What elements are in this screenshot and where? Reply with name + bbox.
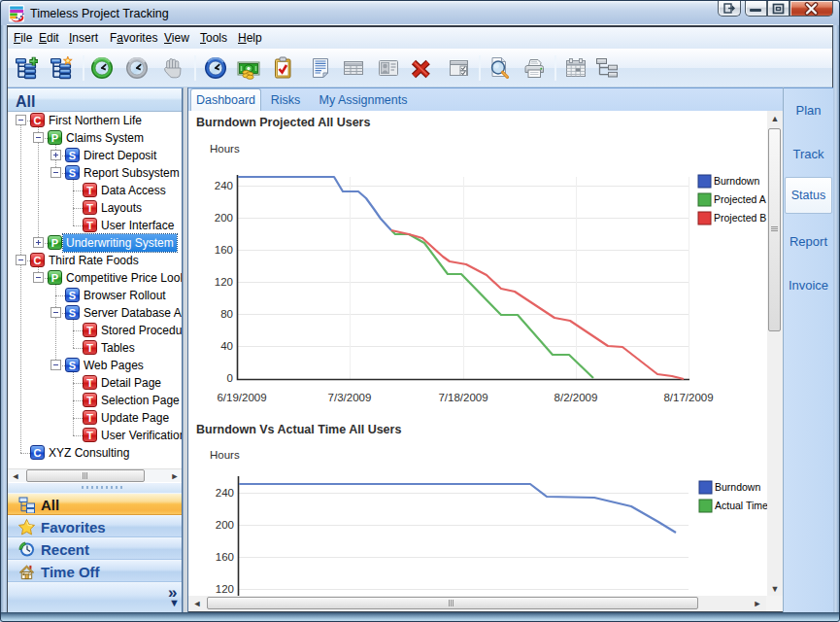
svg-text:240: 240 [215,180,233,191]
svg-text:120: 120 [216,583,234,595]
svg-text:200: 200 [215,212,233,224]
svg-text:Hours: Hours [210,143,240,155]
svg-text:Burndown: Burndown [715,481,760,493]
svg-text:Burndown: Burndown [714,175,759,187]
svg-text:Actual Time: Actual Time [715,500,768,511]
svg-text:120: 120 [215,276,233,288]
svg-text:7/3/2009: 7/3/2009 [328,392,372,403]
svg-text:Burndown Vs Actual Time All Us: Burndown Vs Actual Time All Users [196,423,401,436]
svg-text:Hours: Hours [210,449,240,461]
svg-text:6/19/2009: 6/19/2009 [217,392,266,403]
svg-text:240: 240 [216,487,234,499]
svg-text:Burndown Projected All Users: Burndown Projected All Users [196,116,370,129]
svg-text:40: 40 [220,340,233,352]
svg-text:200: 200 [216,519,234,531]
svg-text:Projected B: Projected B [714,212,766,224]
svg-text:160: 160 [215,244,233,256]
svg-text:0: 0 [227,372,233,384]
svg-text:160: 160 [216,551,234,563]
svg-text:7/18/2009: 7/18/2009 [438,392,487,403]
svg-text:Projected A: Projected A [714,193,766,205]
svg-text:8/17/2009: 8/17/2009 [663,392,713,403]
svg-text:8/2/2009: 8/2/2009 [554,392,598,403]
svg-text:80: 80 [220,308,233,320]
